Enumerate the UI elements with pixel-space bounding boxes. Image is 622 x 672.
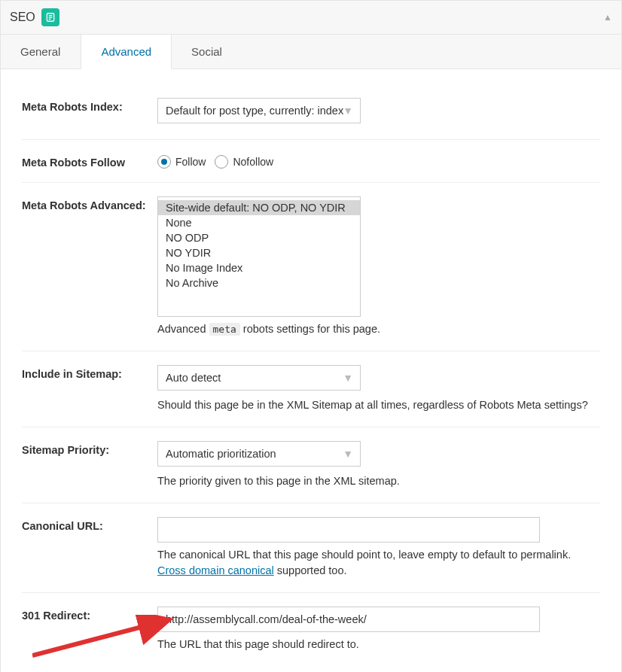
field-meta-robots-index: Meta Robots Index: Default for post type… bbox=[22, 84, 600, 140]
tab-advanced[interactable]: Advanced bbox=[81, 35, 172, 69]
field-canonical-url: Canonical URL: The canonical URL that th… bbox=[22, 503, 600, 593]
field-meta-robots-follow: Meta Robots Follow Follow Nofollow bbox=[22, 140, 600, 183]
list-item[interactable]: No Image Index bbox=[158, 260, 360, 275]
field-meta-robots-advanced: Meta Robots Advanced: Site-wide default:… bbox=[22, 183, 600, 351]
select-sitemap-priority[interactable]: Automatic prioritization ▼ bbox=[157, 441, 361, 467]
list-item[interactable]: NO ODP bbox=[158, 230, 360, 245]
seo-metabox: SEO ▲ General Advanced Social Meta Robot… bbox=[0, 0, 622, 672]
list-item[interactable]: No Archive bbox=[158, 275, 360, 290]
help-canonical-url: The canonical URL that this page should … bbox=[157, 547, 600, 579]
collapse-toggle-icon[interactable]: ▲ bbox=[603, 12, 612, 23]
label-canonical-url: Canonical URL: bbox=[22, 517, 157, 532]
list-item[interactable]: NO YDIR bbox=[158, 245, 360, 260]
metabox-title: SEO bbox=[10, 11, 35, 24]
help-sitemap-priority: The priority given to this page in the X… bbox=[157, 473, 600, 489]
radio-nofollow-label: Nofollow bbox=[233, 156, 273, 168]
label-sitemap-priority: Sitemap Priority: bbox=[22, 441, 157, 456]
metabox-header[interactable]: SEO ▲ bbox=[1, 1, 621, 35]
label-include-sitemap: Include in Sitemap: bbox=[22, 365, 157, 380]
list-item[interactable]: None bbox=[158, 215, 360, 230]
tab-panel-advanced: Meta Robots Index: Default for post type… bbox=[1, 69, 621, 672]
input-301-redirect[interactable] bbox=[157, 607, 540, 632]
label-meta-robots-follow: Meta Robots Follow bbox=[22, 154, 157, 169]
select-meta-robots-index[interactable]: Default for post type, currently: index … bbox=[157, 98, 361, 123]
multiselect-meta-robots-advanced[interactable]: Site-wide default: NO ODP, NO YDIR None … bbox=[157, 196, 361, 317]
radio-follow-label: Follow bbox=[175, 156, 206, 168]
help-include-sitemap: Should this page be in the XML Sitemap a… bbox=[157, 397, 600, 413]
label-meta-robots-advanced: Meta Robots Advanced: bbox=[22, 196, 157, 211]
select-include-sitemap[interactable]: Auto detect ▼ bbox=[157, 365, 361, 391]
label-meta-robots-index: Meta Robots Index: bbox=[22, 98, 157, 113]
tab-general[interactable]: General bbox=[1, 35, 81, 68]
metabox-title-wrap: SEO bbox=[10, 8, 59, 26]
field-include-sitemap: Include in Sitemap: Auto detect ▼ Should… bbox=[22, 351, 600, 427]
tab-bar: General Advanced Social bbox=[1, 35, 621, 69]
seo-logo-icon bbox=[41, 8, 59, 26]
help-meta-robots-advanced: Advanced meta robots settings for this p… bbox=[157, 321, 600, 337]
tab-social[interactable]: Social bbox=[172, 35, 242, 68]
help-301-redirect: The URL that this page should redirect t… bbox=[157, 637, 600, 652]
radio-icon bbox=[157, 155, 171, 169]
radio-follow[interactable]: Follow bbox=[157, 155, 206, 169]
link-cross-domain-canonical[interactable]: Cross domain canonical bbox=[157, 564, 274, 576]
radio-nofollow[interactable]: Nofollow bbox=[215, 155, 273, 169]
list-item[interactable]: Site-wide default: NO ODP, NO YDIR bbox=[158, 200, 360, 215]
label-301-redirect: 301 Redirect: bbox=[22, 607, 157, 622]
field-301-redirect: 301 Redirect: The URL that this page sho… bbox=[22, 593, 600, 666]
radio-group-follow: Follow Nofollow bbox=[157, 154, 600, 169]
radio-icon bbox=[215, 155, 228, 169]
input-canonical-url[interactable] bbox=[157, 517, 540, 543]
field-sitemap-priority: Sitemap Priority: Automatic prioritizati… bbox=[22, 427, 600, 503]
